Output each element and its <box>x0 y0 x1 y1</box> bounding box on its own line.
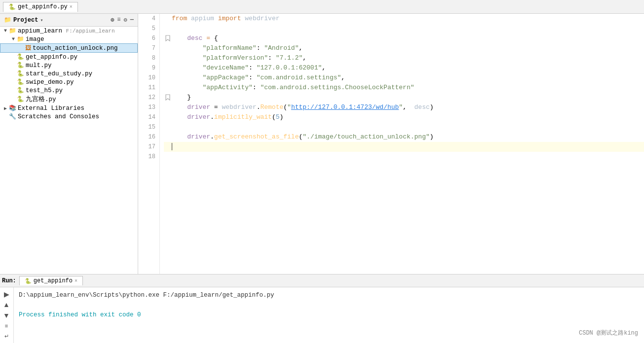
editor-tab[interactable]: 🐍 get_appinfo.py × <box>3 2 78 12</box>
tree-label-ext_libs: External Libraries <box>18 105 84 112</box>
sidebar-item-appium_learn[interactable]: ▼📁appium_learn F:/appium_learn <box>0 27 138 35</box>
project-tree: ▼📁appium_learn F:/appium_learn▼📁image🖼to… <box>0 27 138 121</box>
line-number-9: 9 <box>140 63 155 73</box>
code-line-17[interactable] <box>164 142 644 152</box>
tree-icon-ext_libs: 📚 <box>9 104 16 112</box>
code-line-12[interactable]: } <box>164 93 644 103</box>
line-numbers: 456789101112131415161718 <box>138 14 160 274</box>
tree-arrow-appium_learn: ▼ <box>2 28 9 34</box>
code-area[interactable]: 456789101112131415161718 from appium imp… <box>138 14 644 274</box>
run-tab-label: get_appinfo <box>34 277 73 284</box>
line-number-17: 17 <box>140 142 155 152</box>
tree-icon-jiuchang: 🐍 <box>17 96 24 103</box>
tree-label-start_edu_study: start_edu_study.py <box>26 70 92 77</box>
code-line-8[interactable]: "platformVersion": "7.1.2", <box>164 53 644 63</box>
sidebar-header-icons: ⊕ ≡ ⚙ — <box>111 16 134 24</box>
tree-icon-test_h5: 🐍 <box>17 87 24 94</box>
run-list-button[interactable]: ≡ <box>1 321 12 330</box>
run-up-button[interactable]: ▲ <box>1 300 12 309</box>
tree-icon-mult: 🐍 <box>17 62 24 69</box>
cmd-text: D:\appium_learn_env\Scripts\python.exe F… <box>19 292 274 299</box>
tree-label-appium_learn: appium_learn F:/appium_learn <box>18 28 115 34</box>
settings-icon[interactable]: ⚙ <box>124 16 127 24</box>
code-text-line-16: driver.get_screenshot_as_file("./image/t… <box>172 132 434 142</box>
code-line-16[interactable]: driver.get_screenshot_as_file("./image/t… <box>164 132 644 142</box>
code-text-line-17 <box>172 142 172 152</box>
result-text: Process finished with exit code 0 <box>19 311 141 318</box>
bookmark-12 <box>164 94 172 101</box>
code-line-10[interactable]: "appPackage": "com.android.settings", <box>164 73 644 83</box>
sidebar-item-jiuchang[interactable]: 🐍九宫格.py <box>0 95 138 104</box>
sidebar-dropdown-icon[interactable]: ▾ <box>40 17 43 23</box>
code-line-7[interactable]: "platformName": "Android", <box>164 43 644 53</box>
console-output: D:\appium_learn_env\Scripts\python.exe F… <box>14 287 644 343</box>
console-empty-line <box>19 300 639 310</box>
run-tab-icon: 🐍 <box>25 278 32 284</box>
bottom-inner: ▶ ▲ ▼ ≡ ↵ D:\appium_learn_env\Scripts\py… <box>0 287 644 343</box>
sidebar-item-mult[interactable]: 🐍mult.py <box>0 61 138 69</box>
line-number-18: 18 <box>140 152 155 162</box>
line-number-13: 13 <box>140 103 155 112</box>
line-number-12: 12 <box>140 93 155 103</box>
sidebar-title: Project <box>13 17 38 24</box>
code-line-9[interactable]: "deviceName": "127.0.0.1:62001", <box>164 63 644 73</box>
code-text-line-9: "deviceName": "127.0.0.1:62001", <box>172 63 326 73</box>
tree-label-mult: mult.py <box>26 62 52 69</box>
sidebar-item-image[interactable]: ▼📁image <box>0 35 138 43</box>
sidebar-item-touch_action_unlock[interactable]: 🖼touch_action_unlock.png <box>0 43 138 53</box>
sidebar-header-left: 📁 Project ▾ <box>4 16 43 24</box>
run-down-button[interactable]: ▼ <box>1 310 12 320</box>
bottom-tabs: Run: 🐍 get_appinfo × <box>0 274 644 287</box>
tree-label-scratches: Scratches and Consoles <box>18 113 99 120</box>
code-content[interactable]: from appium import webdriver desc = { "p… <box>160 14 644 274</box>
line-number-5: 5 <box>140 24 155 34</box>
code-line-15[interactable] <box>164 122 644 132</box>
sidebar-item-ext_libs[interactable]: ▶📚External Libraries <box>0 104 138 112</box>
code-text-line-13: driver = webdriver.Remote("http://127.0.… <box>172 103 434 112</box>
code-text-line-11: "appActivity": "com.android.settings.Cho… <box>172 83 415 93</box>
code-text-line-4: from appium import webdriver <box>172 14 280 24</box>
code-line-6[interactable]: desc = { <box>164 34 644 43</box>
line-number-11: 11 <box>140 83 155 93</box>
line-number-4: 4 <box>140 14 155 24</box>
code-line-13[interactable]: driver = webdriver.Remote("http://127.0.… <box>164 103 644 112</box>
code-line-5[interactable] <box>164 24 644 34</box>
run-tab-close[interactable]: × <box>75 278 77 284</box>
sidebar: 📁 Project ▾ ⊕ ≡ ⚙ — ▼📁appium_learn F:/ap… <box>0 14 138 274</box>
sidebar-item-test_h5[interactable]: 🐍test_h5.py <box>0 86 138 95</box>
run-controls: ▶ ▲ ▼ ≡ ↵ <box>0 287 14 343</box>
code-text-line-6: desc = { <box>172 34 218 43</box>
run-tab[interactable]: 🐍 get_appinfo × <box>19 276 83 285</box>
tab-icon: 🐍 <box>8 3 16 11</box>
tree-icon-touch_action_unlock: 🖼 <box>25 44 31 52</box>
code-text-line-12: } <box>172 93 191 103</box>
line-number-8: 8 <box>140 53 155 63</box>
tab-close-icon[interactable]: × <box>70 4 73 10</box>
run-wrap-button[interactable]: ↵ <box>1 332 12 341</box>
tree-label-test_h5: test_h5.py <box>26 87 63 94</box>
tree-label-jiuchang: 九宫格.py <box>26 95 56 103</box>
console-cmd-line: D:\appium_learn_env\Scripts\python.exe F… <box>19 290 639 300</box>
line-number-14: 14 <box>140 112 155 122</box>
tree-label-touch_action_unlock: touch_action_unlock.png <box>33 45 118 52</box>
tree-label-image: image <box>26 36 44 43</box>
line-number-6: 6 <box>140 34 155 43</box>
code-line-18[interactable] <box>164 152 644 162</box>
sidebar-item-start_edu_study[interactable]: 🐍start_edu_study.py <box>0 69 138 78</box>
collapse-icon[interactable]: ≡ <box>117 16 120 24</box>
add-icon[interactable]: ⊕ <box>111 16 114 24</box>
sidebar-item-get_appinfo[interactable]: 🐍get_appinfo.py <box>0 53 138 61</box>
tree-icon-scratches: 🔧 <box>9 113 16 120</box>
tree-label-swipe_demo: swipe_demo.py <box>26 79 74 86</box>
sidebar-item-scratches[interactable]: 🔧Scratches and Consoles <box>0 112 138 121</box>
code-line-14[interactable]: driver.implicitly_wait(5) <box>164 112 644 122</box>
code-line-4[interactable]: from appium import webdriver <box>164 14 644 24</box>
tree-arrow-ext_libs: ▶ <box>2 105 9 111</box>
sidebar-item-swipe_demo[interactable]: 🐍swipe_demo.py <box>0 78 138 86</box>
code-editor: 456789101112131415161718 from appium imp… <box>138 14 644 274</box>
run-play-button[interactable]: ▶ <box>1 289 12 299</box>
bookmark-6 <box>164 35 172 42</box>
sidebar-header: 📁 Project ▾ ⊕ ≡ ⚙ — <box>0 14 138 27</box>
code-line-11[interactable]: "appActivity": "com.android.settings.Cho… <box>164 83 644 93</box>
minimize-icon[interactable]: — <box>130 16 134 24</box>
